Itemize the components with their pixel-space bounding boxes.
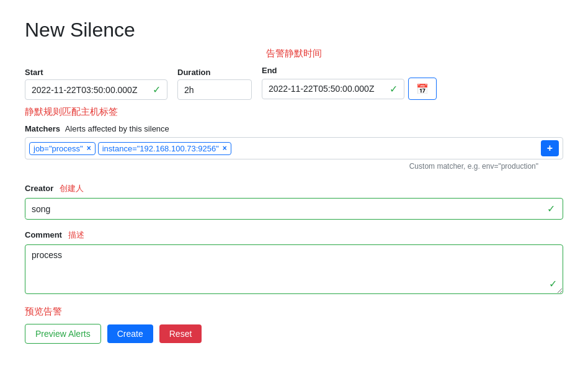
- duration-field-group: Duration ✓: [177, 68, 252, 100]
- end-field-group: End ✓ 📅: [262, 66, 437, 100]
- comment-check-icon: ✓: [549, 278, 557, 290]
- create-button[interactable]: Create: [107, 324, 153, 343]
- time-fields-row: Start ✓ Duration ✓ End ✓ 📅: [25, 66, 563, 100]
- matcher-hint: Custom matcher, e.g. env="production": [25, 162, 538, 171]
- matchers-section: Matchers Alerts affected by this silence…: [25, 124, 563, 171]
- matchers-label: Matchers Alerts affected by this silence: [25, 124, 563, 133]
- matcher-tag-1: instance="192.168.100.73:9256" ×: [98, 142, 231, 155]
- time-annotation: 告警静默时间: [25, 48, 563, 60]
- creator-label: Creator 创建人: [25, 183, 563, 194]
- creator-input[interactable]: [25, 200, 540, 218]
- comment-label: Comment 描述: [25, 230, 563, 241]
- creator-annotation: 创建人: [60, 184, 84, 193]
- end-input-wrapper: ✓: [262, 79, 404, 99]
- reset-button[interactable]: Reset: [159, 324, 202, 343]
- duration-label: Duration: [177, 68, 252, 77]
- start-label: Start: [25, 68, 167, 77]
- creator-section: Creator 创建人 ✓: [25, 183, 563, 220]
- comment-textarea-wrapper: ✓: [25, 244, 563, 296]
- matcher-custom-input[interactable]: [234, 141, 536, 156]
- end-input[interactable]: [262, 80, 383, 97]
- preview-annotation: 预览告警: [25, 306, 563, 318]
- comment-annotation: 描述: [68, 230, 84, 239]
- end-label: End: [262, 66, 437, 75]
- end-input-row: ✓ 📅: [262, 78, 437, 100]
- preview-alerts-button[interactable]: Preview Alerts: [25, 324, 101, 344]
- start-check-icon: ✓: [146, 80, 167, 99]
- calendar-button[interactable]: 📅: [408, 78, 437, 100]
- matcher-tag-0-remove[interactable]: ×: [87, 144, 91, 153]
- creator-input-wrapper: ✓: [25, 198, 563, 220]
- action-buttons-row: Preview Alerts Create Reset: [25, 324, 563, 344]
- end-check-icon: ✓: [383, 79, 404, 99]
- comment-textarea[interactable]: [25, 244, 563, 294]
- matcher-tag-1-remove[interactable]: ×: [223, 144, 227, 153]
- matchers-input-row: job="process" × instance="192.168.100.73…: [25, 137, 563, 159]
- page-title: New Silence: [25, 19, 563, 42]
- start-input[interactable]: [25, 81, 146, 99]
- comment-section: Comment 描述 ✓: [25, 230, 563, 296]
- duration-input[interactable]: [178, 81, 252, 99]
- matcher-tag-0: job="process" ×: [29, 142, 96, 155]
- preview-section: 预览告警 Preview Alerts Create Reset: [25, 306, 563, 344]
- calendar-icon: 📅: [416, 83, 429, 95]
- matchers-annotation: 静默规则匹配主机标签: [25, 106, 563, 118]
- duration-input-wrapper: ✓: [177, 79, 252, 100]
- add-matcher-button[interactable]: +: [541, 140, 559, 156]
- start-input-wrapper: ✓: [25, 79, 167, 100]
- start-field-group: Start ✓: [25, 68, 167, 100]
- creator-check-icon: ✓: [540, 199, 563, 219]
- matcher-tag-1-value: instance="192.168.100.73:9256": [102, 144, 219, 153]
- matcher-tag-0-value: job="process": [33, 144, 83, 153]
